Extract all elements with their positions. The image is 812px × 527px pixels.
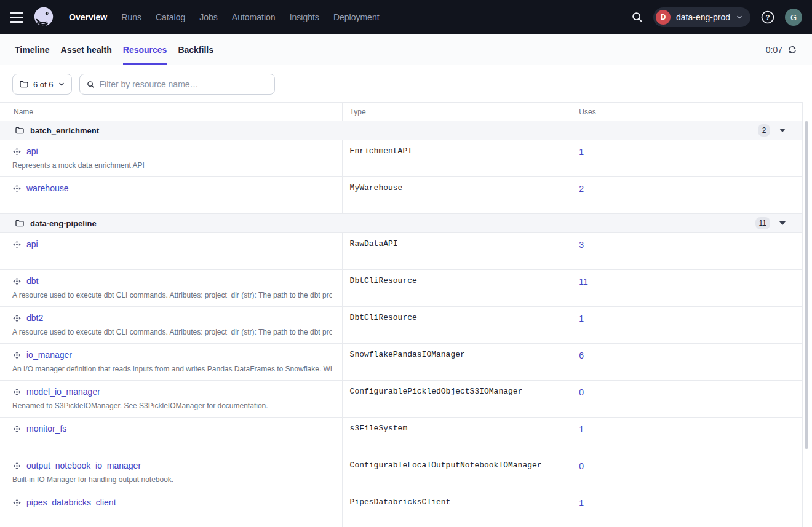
workspace-label: data-eng-prod <box>676 12 730 22</box>
resource-name-cell: pipes_databricks_client <box>0 491 343 527</box>
resource-icon <box>12 351 22 360</box>
resource-type: RawDataAPI <box>343 233 572 269</box>
resource-uses-link[interactable]: 11 <box>579 277 588 287</box>
resource-name-link[interactable]: monitor_fs <box>26 424 66 434</box>
top-nav: OverviewRunsCatalogJobsAutomationInsight… <box>0 0 812 34</box>
resource-uses-cell: 0 <box>571 381 802 417</box>
workspace-initial-badge: D <box>656 10 671 25</box>
resource-uses-link[interactable]: 3 <box>579 240 584 250</box>
resource-name-link[interactable]: io_manager <box>26 350 72 360</box>
resource-name-link[interactable]: api <box>26 239 38 249</box>
resource-type: ConfigurablePickledObjectS3IOManager <box>343 381 572 417</box>
resource-filter-box <box>79 74 275 95</box>
folder-icon <box>15 218 25 228</box>
refresh-group: 0:07 <box>766 34 797 65</box>
resource-uses-cell: 11 <box>571 270 802 306</box>
tab-resources[interactable]: Resources <box>123 34 167 65</box>
nav-item-runs[interactable]: Runs <box>121 12 141 22</box>
nav-item-insights[interactable]: Insights <box>290 12 319 22</box>
nav-item-overview[interactable]: Overview <box>69 12 107 22</box>
group-name: data-eng-pipeline <box>30 219 97 228</box>
tab-bar: TimelineAsset healthResourcesBackfills 0… <box>0 34 812 65</box>
resource-group-row[interactable]: batch_enrichment 2 <box>0 121 803 140</box>
resource-uses-link[interactable]: 0 <box>579 387 584 397</box>
resource-type: SnowflakePandasIOManager <box>343 344 572 380</box>
resource-name-cell: model_io_manager Renamed to S3PickleIOMa… <box>0 381 343 417</box>
resource-type: EnrichmentAPI <box>343 140 572 176</box>
group-count-badge: 2 <box>758 124 770 137</box>
nav-item-jobs[interactable]: Jobs <box>199 12 218 22</box>
help-icon[interactable]: ? <box>760 9 776 25</box>
resource-icon <box>12 240 22 249</box>
dagster-logo-icon[interactable] <box>32 6 55 29</box>
resource-row: warehouse MyWarehouse 2 <box>0 177 803 214</box>
resource-uses-cell: 1 <box>571 491 802 527</box>
tab-asset-health[interactable]: Asset health <box>61 34 112 65</box>
search-icon[interactable] <box>631 10 644 24</box>
resource-description: A resource used to execute dbt CLI comma… <box>12 291 332 299</box>
resource-name-cell: dbt A resource used to execute dbt CLI c… <box>0 270 343 306</box>
resource-description: An I/O manager definition that reads inp… <box>12 365 332 373</box>
collapse-caret-icon[interactable] <box>779 129 786 132</box>
table-body: batch_enrichment 2 api Represents a mock… <box>0 121 812 527</box>
table-header: Name Type Uses <box>0 102 803 121</box>
resource-row: io_manager An I/O manager definition tha… <box>0 344 803 381</box>
resource-uses-link[interactable]: 0 <box>579 461 584 471</box>
collapse-caret-icon[interactable] <box>779 221 786 225</box>
user-avatar[interactable]: G <box>785 9 802 26</box>
tabs: TimelineAsset healthResourcesBackfills <box>15 34 213 65</box>
resource-icon <box>12 184 22 193</box>
resource-group-row[interactable]: data-eng-pipeline 11 <box>0 214 803 233</box>
resource-filter-input[interactable] <box>100 79 268 89</box>
resource-uses-cell: 3 <box>571 233 802 269</box>
resource-type: DbtCliResource <box>343 307 572 343</box>
workspace-switcher[interactable]: D data-eng-prod <box>653 7 750 27</box>
resource-uses-link[interactable]: 1 <box>579 314 584 323</box>
resource-type: DbtCliResource <box>343 270 572 306</box>
resources-table: Name Type Uses batch_enrichment 2 api <box>0 102 812 527</box>
nav-item-deployment[interactable]: Deployment <box>333 12 380 22</box>
group-name: batch_enrichment <box>30 126 99 135</box>
group-count-badge: 11 <box>755 217 770 229</box>
resource-icon <box>12 461 22 470</box>
hamburger-menu-icon[interactable] <box>10 9 27 26</box>
resource-icon <box>12 424 22 434</box>
resource-icon <box>12 147 22 156</box>
nav-item-catalog[interactable]: Catalog <box>156 12 185 22</box>
filter-row: 6 of 6 <box>12 74 800 95</box>
resource-uses-link[interactable]: 1 <box>579 498 584 508</box>
folder-icon <box>19 79 29 89</box>
tab-backfills[interactable]: Backfills <box>178 34 213 65</box>
resource-uses-link[interactable]: 1 <box>579 147 584 157</box>
resource-name-link[interactable]: api <box>26 146 38 156</box>
tab-timeline[interactable]: Timeline <box>15 34 50 65</box>
resource-name-cell: api <box>0 233 343 269</box>
resource-name-link[interactable]: output_notebook_io_manager <box>26 461 141 470</box>
resource-name-cell: output_notebook_io_manager Built-in IO M… <box>0 454 343 491</box>
resource-uses-cell: 2 <box>571 177 802 213</box>
resource-name-cell: monitor_fs <box>0 418 343 454</box>
chevron-down-icon <box>58 81 65 88</box>
resource-name-link[interactable]: warehouse <box>26 183 69 193</box>
refresh-icon[interactable] <box>787 45 797 55</box>
svg-text:?: ? <box>765 14 770 21</box>
column-header-type: Type <box>343 103 572 121</box>
resource-uses-link[interactable]: 1 <box>579 424 584 434</box>
resource-name-link[interactable]: model_io_manager <box>26 387 100 397</box>
nav-item-automation[interactable]: Automation <box>232 12 276 22</box>
resource-icon <box>12 314 22 323</box>
resource-uses-cell: 0 <box>571 454 802 491</box>
nav-right-group: D data-eng-prod ? G <box>631 7 802 27</box>
resource-row: output_notebook_io_manager Built-in IO M… <box>0 454 803 491</box>
resource-description: Built-in IO Manager for handling output … <box>12 475 332 484</box>
group-count-dropdown[interactable]: 6 of 6 <box>12 74 72 95</box>
vertical-scrollbar[interactable] <box>805 121 808 449</box>
resource-uses-link[interactable]: 2 <box>579 184 584 194</box>
resource-type: ConfigurableLocalOutputNotebookIOManager <box>343 454 572 491</box>
primary-nav: OverviewRunsCatalogJobsAutomationInsight… <box>69 12 380 22</box>
resource-description: A resource used to execute dbt CLI comma… <box>12 328 332 336</box>
resource-name-link[interactable]: pipes_databricks_client <box>26 497 116 507</box>
resource-name-link[interactable]: dbt2 <box>26 313 43 323</box>
resource-name-link[interactable]: dbt <box>26 276 38 286</box>
resource-uses-link[interactable]: 6 <box>579 351 584 360</box>
